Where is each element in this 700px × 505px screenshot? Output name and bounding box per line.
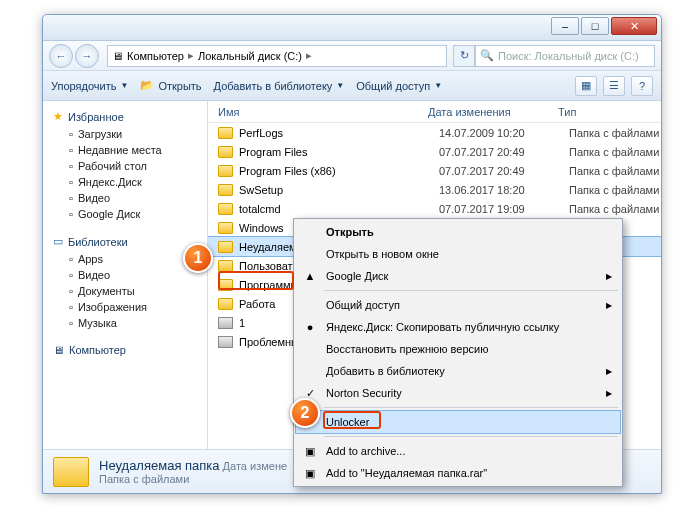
folder-icon: ▫	[69, 128, 73, 140]
folder-icon	[218, 165, 233, 177]
menu-item-label: Общий доступ	[326, 299, 400, 311]
menu-item[interactable]: Открыть	[296, 221, 620, 243]
folder-icon: ▫	[69, 160, 73, 172]
menu-item[interactable]: ●Яндекс.Диск: Скопировать публичную ссыл…	[296, 316, 620, 338]
sidebar-item[interactable]: ▫Документы	[47, 283, 203, 299]
add-to-library-menu[interactable]: Добавить в библиотеку▼	[214, 80, 345, 92]
organize-menu[interactable]: Упорядочить▼	[51, 80, 128, 92]
marker-1: 1	[183, 243, 213, 273]
library-icon: ▫	[69, 269, 73, 281]
menu-item[interactable]: ✱Unlocker	[296, 411, 620, 433]
folder-icon: ▫	[69, 176, 73, 188]
sidebar-libraries-head[interactable]: ▭Библиотеки	[47, 232, 203, 251]
refresh-button[interactable]: ↻	[453, 45, 475, 67]
menu-item[interactable]: Общий доступ▶	[296, 294, 620, 316]
menu-item[interactable]: Добавить в библиотеку▶	[296, 360, 620, 382]
sidebar-item[interactable]: ▫Рабочий стол	[47, 158, 203, 174]
folder-icon	[53, 457, 89, 487]
forward-button[interactable]: →	[75, 44, 99, 68]
table-row[interactable]: Program Files (x86)07.07.2017 20:49Папка…	[208, 161, 661, 180]
breadcrumb[interactable]: 🖥 Компьютер ▸ Локальный диск (C:) ▸	[107, 45, 447, 67]
libraries-icon: ▭	[53, 235, 63, 248]
chevron-right-icon: ▸	[188, 49, 194, 62]
library-icon: ▫	[69, 317, 73, 329]
table-row[interactable]: PerfLogs14.07.2009 10:20Папка с файлами	[208, 123, 661, 142]
sidebar-item[interactable]: ▫Музыка	[47, 315, 203, 331]
menu-item-label: Add to archive...	[326, 445, 406, 457]
toolbar: Упорядочить▼ 📂Открыть Добавить в библиот…	[43, 71, 661, 101]
search-input[interactable]: 🔍 Поиск: Локальный диск (C:)	[475, 45, 655, 67]
file-type: Папка с файлами	[569, 165, 659, 177]
menu-item[interactable]: ▲Google Диск▶	[296, 265, 620, 287]
view-options-button[interactable]: ▦	[575, 76, 597, 96]
sidebar-item[interactable]: ▫Яндекс.Диск	[47, 174, 203, 190]
sidebar-item[interactable]: ▫Видео	[47, 190, 203, 206]
table-row[interactable]: SwSetup13.06.2017 18:20Папка с файлами	[208, 180, 661, 199]
submenu-arrow-icon: ▶	[606, 272, 612, 281]
minimize-button[interactable]: –	[551, 17, 579, 35]
menu-item[interactable]: ▣Add to "Неудаляемая папка.rar"	[296, 462, 620, 484]
file-type: Папка с файлами	[569, 184, 659, 196]
menu-item[interactable]: Открыть в новом окне	[296, 243, 620, 265]
view-list-button[interactable]: ☰	[603, 76, 625, 96]
file-name: PerfLogs	[239, 127, 439, 139]
menu-separator	[324, 436, 618, 437]
breadcrumb-item[interactable]: Компьютер	[127, 50, 184, 62]
menu-item[interactable]: ✓Norton Security▶	[296, 382, 620, 404]
menu-item[interactable]: ▣Add to archive...	[296, 440, 620, 462]
sidebar: ★Избранное ▫Загрузки▫Недавние места▫Рабо…	[43, 101, 208, 449]
details-title: Неудаляемая папка	[99, 458, 220, 473]
folder-icon: ▫	[69, 192, 73, 204]
table-row[interactable]: Program Files07.07.2017 20:49Папка с фай…	[208, 142, 661, 161]
computer-icon: 🖥	[112, 50, 123, 62]
back-button[interactable]: ←	[49, 44, 73, 68]
folder-icon	[218, 279, 233, 291]
library-icon: ▫	[69, 285, 73, 297]
sidebar-item[interactable]: ▫Видео	[47, 267, 203, 283]
folder-icon	[218, 203, 233, 215]
chevron-right-icon: ▸	[306, 49, 312, 62]
sidebar-computer-head[interactable]: 🖥Компьютер	[47, 341, 203, 359]
open-button[interactable]: 📂Открыть	[140, 79, 201, 92]
col-date[interactable]: Дата изменения	[428, 106, 558, 118]
menu-separator	[324, 407, 618, 408]
menu-item-label: Google Диск	[326, 270, 388, 282]
archive-icon	[218, 317, 233, 329]
folder-icon	[218, 184, 233, 196]
search-icon: 🔍	[480, 49, 494, 62]
sidebar-item[interactable]: ▫Загрузки	[47, 126, 203, 142]
sidebar-item[interactable]: ▫Недавние места	[47, 142, 203, 158]
breadcrumb-item[interactable]: Локальный диск (C:)	[198, 50, 302, 62]
folder-icon: ▫	[69, 208, 73, 220]
help-button[interactable]: ?	[631, 76, 653, 96]
sidebar-item[interactable]: ▫Изображения	[47, 299, 203, 315]
sidebar-item[interactable]: ▫Google Диск	[47, 206, 203, 222]
sidebar-item[interactable]: ▫Apps	[47, 251, 203, 267]
col-type[interactable]: Тип	[558, 106, 661, 118]
menu-item-label: Открыть в новом окне	[326, 248, 439, 260]
file-name: Program Files	[239, 146, 439, 158]
menu-item[interactable]: Восстановить прежнюю версию	[296, 338, 620, 360]
file-date: 07.07.2017 19:09	[439, 203, 569, 215]
sidebar-favorites-head[interactable]: ★Избранное	[47, 107, 203, 126]
folder-icon	[218, 146, 233, 158]
menu-item-label: Яндекс.Диск: Скопировать публичную ссылк…	[326, 321, 559, 333]
context-menu: ОткрытьОткрыть в новом окне▲Google Диск▶…	[293, 218, 623, 487]
table-row[interactable]: totalcmd07.07.2017 19:09Папка с файлами	[208, 199, 661, 218]
menu-item-label: Norton Security	[326, 387, 402, 399]
folder-icon	[218, 298, 233, 310]
library-icon: ▫	[69, 301, 73, 313]
share-menu[interactable]: Общий доступ▼	[356, 80, 442, 92]
library-icon: ▫	[69, 253, 73, 265]
column-headers[interactable]: Имя Дата изменения Тип	[208, 101, 661, 123]
submenu-arrow-icon: ▶	[606, 367, 612, 376]
file-date: 07.07.2017 20:49	[439, 165, 569, 177]
menu-item-icon: ▣	[302, 465, 318, 481]
star-icon: ★	[53, 110, 63, 123]
close-button[interactable]: ✕	[611, 17, 657, 35]
maximize-button[interactable]: □	[581, 17, 609, 35]
col-name[interactable]: Имя	[208, 106, 428, 118]
file-date: 13.06.2017 18:20	[439, 184, 569, 196]
file-name: Program Files (x86)	[239, 165, 439, 177]
file-name: totalcmd	[239, 203, 439, 215]
